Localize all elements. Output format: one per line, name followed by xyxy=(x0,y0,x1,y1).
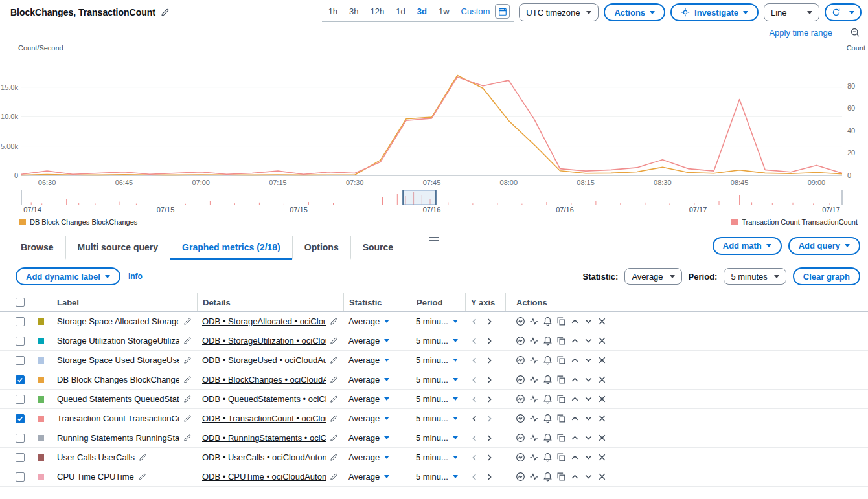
move-up-icon[interactable] xyxy=(570,472,580,482)
pulse-icon[interactable] xyxy=(529,375,539,384)
move-down-icon[interactable] xyxy=(584,355,593,365)
move-down-icon[interactable] xyxy=(584,472,593,482)
pulse-icon[interactable] xyxy=(529,414,539,423)
time-range-3d[interactable]: 3d xyxy=(412,5,432,17)
pulse-icon[interactable] xyxy=(529,472,539,482)
statistic-dropdown[interactable]: Average xyxy=(343,452,411,462)
add-math-button[interactable]: Add math xyxy=(713,237,782,255)
move-up-icon[interactable] xyxy=(570,394,580,404)
alarm-bell-icon[interactable] xyxy=(543,394,553,404)
period-dropdown[interactable]: 5 minu... xyxy=(411,472,465,482)
move-up-icon[interactable] xyxy=(570,375,580,384)
period-dropdown[interactable]: 5 minu... xyxy=(411,394,465,404)
remove-icon[interactable] xyxy=(597,375,607,384)
edit-label-icon[interactable] xyxy=(183,375,192,384)
edit-details-icon[interactable] xyxy=(330,375,338,384)
period-dropdown[interactable]: 5 minu... xyxy=(411,336,465,346)
edit-label-icon[interactable] xyxy=(183,356,192,364)
period-dropdown[interactable]: 5 minu... xyxy=(411,355,465,365)
investigate-button[interactable]: Investigate xyxy=(670,3,759,21)
metric-details-link[interactable]: ODB • StorageAllocated • ociCloudAutono xyxy=(202,316,326,326)
time-range-1h[interactable]: 1h xyxy=(323,5,343,17)
time-range-3h[interactable]: 3h xyxy=(344,5,363,17)
time-range-12h[interactable]: 12h xyxy=(365,5,390,17)
edit-label-icon[interactable] xyxy=(138,472,146,481)
pulse-icon[interactable] xyxy=(529,394,539,404)
move-right-axis-icon[interactable] xyxy=(485,395,494,404)
legend-transactioncount[interactable]: Transaction Count TransactionCount xyxy=(731,218,858,226)
move-left-axis-icon[interactable] xyxy=(470,337,479,346)
alarm-bell-icon[interactable] xyxy=(543,452,553,462)
move-left-axis-icon[interactable] xyxy=(470,434,479,443)
move-left-axis-icon[interactable] xyxy=(470,317,479,326)
duplicate-icon[interactable] xyxy=(556,375,566,384)
statistic-dropdown[interactable]: Average xyxy=(343,375,411,384)
duplicate-icon[interactable] xyxy=(556,316,566,326)
row-checkbox[interactable] xyxy=(16,434,25,443)
period-dropdown[interactable]: 5 minu... xyxy=(411,433,465,443)
edit-details-icon[interactable] xyxy=(330,317,338,326)
move-down-icon[interactable] xyxy=(584,394,593,404)
row-checkbox[interactable] xyxy=(16,395,25,404)
move-down-icon[interactable] xyxy=(584,375,593,384)
metric-details-link[interactable]: ODB • StorageUsed • ociCloudAutonomo xyxy=(202,355,326,365)
metric-details-link[interactable]: ODB • UserCalls • ociCloudAutonomousVI xyxy=(202,452,326,462)
anomaly-detection-icon[interactable] xyxy=(516,414,525,423)
edit-details-icon[interactable] xyxy=(330,395,338,403)
time-range-1d[interactable]: 1d xyxy=(391,5,410,17)
move-up-icon[interactable] xyxy=(570,433,580,443)
edit-label-icon[interactable] xyxy=(183,317,192,326)
select-all-checkbox[interactable] xyxy=(16,298,25,307)
statistic-dropdown[interactable]: Average xyxy=(343,414,411,423)
tab-source[interactable]: Source xyxy=(350,236,405,260)
period-dropdown[interactable]: 5 minu... xyxy=(411,375,465,384)
remove-icon[interactable] xyxy=(597,355,607,365)
statistic-dropdown[interactable]: Average xyxy=(343,472,411,482)
alarm-bell-icon[interactable] xyxy=(543,433,553,443)
move-up-icon[interactable] xyxy=(570,336,580,346)
chart-type-select[interactable]: Line xyxy=(764,3,819,21)
edit-label-icon[interactable] xyxy=(139,453,147,461)
move-right-axis-icon[interactable] xyxy=(485,434,494,443)
pulse-icon[interactable] xyxy=(529,316,539,326)
pulse-icon[interactable] xyxy=(529,452,539,462)
row-checkbox[interactable] xyxy=(16,453,25,462)
metric-details-link[interactable]: ODB • QueuedStatements • ociCloudAutc xyxy=(202,394,326,404)
apply-time-range-link[interactable]: Apply time range xyxy=(769,28,832,38)
anomaly-detection-icon[interactable] xyxy=(516,433,525,443)
move-left-axis-icon[interactable] xyxy=(470,472,479,482)
timezone-select[interactable]: UTC timezone xyxy=(519,3,599,21)
actions-button[interactable]: Actions xyxy=(604,3,665,21)
refresh-button[interactable] xyxy=(825,3,862,21)
edit-label-icon[interactable] xyxy=(183,337,192,345)
statistic-select[interactable]: Average xyxy=(624,268,681,285)
move-right-axis-icon[interactable] xyxy=(485,453,494,462)
move-left-axis-icon[interactable] xyxy=(470,414,479,423)
anomaly-detection-icon[interactable] xyxy=(516,472,525,482)
tab-options[interactable]: Options xyxy=(292,236,350,260)
custom-time-range-button[interactable]: Custom xyxy=(455,5,494,17)
timeline-brush[interactable] xyxy=(0,189,868,206)
duplicate-icon[interactable] xyxy=(556,336,566,346)
pulse-icon[interactable] xyxy=(529,355,539,365)
move-left-axis-icon[interactable] xyxy=(470,356,479,365)
move-up-icon[interactable] xyxy=(570,316,580,326)
statistic-dropdown[interactable]: Average xyxy=(343,355,411,365)
metric-details-link[interactable]: ODB • RunningStatements • ociCloudAut xyxy=(202,433,326,443)
statistic-dropdown[interactable]: Average xyxy=(343,336,411,346)
move-right-axis-icon[interactable] xyxy=(485,472,494,482)
pulse-icon[interactable] xyxy=(529,336,539,346)
tab-multi-source-query[interactable]: Multi source query xyxy=(65,236,170,260)
edit-label-icon[interactable] xyxy=(183,414,192,423)
tab-graphed-metrics-2-18[interactable]: Graphed metrics (2/18) xyxy=(170,236,292,260)
row-checkbox[interactable] xyxy=(16,337,25,346)
move-down-icon[interactable] xyxy=(584,336,593,346)
alarm-bell-icon[interactable] xyxy=(543,414,553,423)
move-left-axis-icon[interactable] xyxy=(470,375,479,384)
duplicate-icon[interactable] xyxy=(556,472,566,482)
period-dropdown[interactable]: 5 minu... xyxy=(411,316,465,326)
edit-details-icon[interactable] xyxy=(330,356,338,364)
period-select[interactable]: 5 minutes xyxy=(724,268,786,285)
tab-browse[interactable]: Browse xyxy=(9,236,65,260)
move-down-icon[interactable] xyxy=(584,452,593,462)
